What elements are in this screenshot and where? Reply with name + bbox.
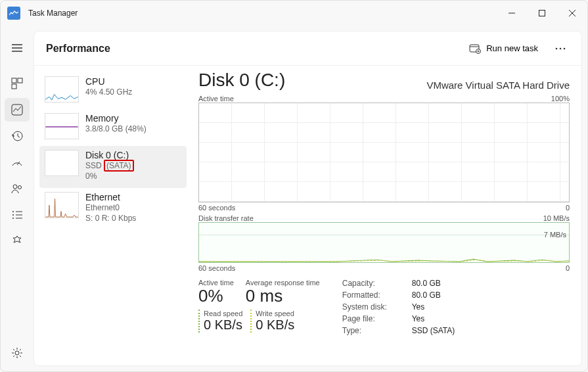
more-options-button[interactable]: [549, 39, 572, 58]
app-title: Task Manager: [28, 9, 78, 18]
chart2-xleft: 60 seconds: [198, 264, 235, 272]
app-icon: [7, 7, 20, 20]
nav-processes[interactable]: [5, 72, 30, 95]
formatted-key: Formatted:: [342, 291, 403, 300]
write-speed-value: 0 KB/s: [256, 317, 294, 333]
disk-sub-pre: SSD: [85, 161, 104, 170]
svg-rect-1: [539, 11, 545, 16]
sidebar-item-disk0[interactable]: Disk 0 (C:) SSD (SATA) 0%: [39, 146, 187, 188]
close-button[interactable]: [557, 1, 587, 26]
chart1-label: Active time: [198, 95, 234, 103]
disk-info-grid: Capacity: 80.0 GB Formatted: 80.0 GB Sys…: [342, 279, 455, 335]
nav-users[interactable]: [5, 177, 30, 200]
page-title: Performance: [46, 43, 110, 55]
item-title: Memory: [85, 113, 147, 124]
nav-performance[interactable]: [5, 98, 30, 122]
system-disk-val: Yes: [412, 302, 455, 312]
grid-icon: [11, 78, 23, 89]
active-time-chart: [198, 103, 570, 202]
active-time-value: 0%: [198, 287, 234, 306]
svg-point-19: [12, 218, 14, 219]
nav-app-history[interactable]: [5, 124, 30, 148]
detail-model: VMware Virtual SATA Hard Drive: [426, 80, 570, 91]
minimize-button[interactable]: [497, 1, 527, 26]
svg-point-22: [15, 351, 19, 355]
maximize-button[interactable]: [527, 1, 557, 26]
svg-point-17: [12, 214, 14, 216]
svg-rect-9: [12, 84, 16, 89]
chart1-max: 100%: [551, 95, 570, 103]
disk-thumb: [45, 150, 79, 176]
chart2-label: Disk transfer rate: [198, 214, 254, 222]
nav-settings[interactable]: [5, 341, 30, 365]
cpu-thumb: [45, 76, 79, 103]
sata-highlight: (SATA): [104, 160, 134, 172]
sidebar-item-cpu[interactable]: CPU 4% 4.50 GHz: [39, 72, 187, 109]
type-key: Type:: [342, 326, 403, 335]
formatted-val: 80.0 GB: [412, 291, 455, 300]
chart1-xright: 0: [566, 204, 570, 212]
svg-point-13: [13, 185, 17, 189]
item-sub: Ethernet0: [85, 203, 136, 213]
gear-icon: [11, 347, 23, 359]
item-sub: SSD (SATA): [85, 161, 134, 171]
detail-title: Disk 0 (C:): [198, 70, 285, 91]
page-header: Performance Run new task: [34, 32, 581, 66]
chart1-xleft: 60 seconds: [198, 204, 235, 212]
item-sub2: S: 0 R: 0 Kbps: [85, 214, 136, 223]
transfer-rate-chart: 7 MB/s: [198, 222, 570, 263]
sidebar-item-memory[interactable]: Memory 3.8/8.0 GB (48%): [39, 109, 187, 146]
svg-point-30: [564, 47, 566, 49]
users-icon: [11, 183, 23, 195]
avg-resp-value: 0 ms: [246, 287, 320, 306]
item-title: Ethernet: [85, 192, 136, 202]
svg-rect-8: [18, 78, 22, 83]
pagefile-val: Yes: [412, 314, 455, 323]
nav-startup[interactable]: [5, 151, 30, 174]
read-speed-value: 0 KB/s: [204, 317, 242, 333]
chart2-max: 10 MB/s: [543, 214, 570, 222]
item-sub: 3.8/8.0 GB (48%): [85, 124, 147, 134]
hamburger-icon: [11, 43, 23, 53]
content-panel: Performance Run new task CPU 4% 4.50 GHz: [34, 31, 582, 366]
write-speed-label: Write speed: [256, 310, 294, 317]
svg-marker-21: [13, 236, 21, 243]
sidebar-item-ethernet[interactable]: Ethernet Ethernet0 S: 0 R: 0 Kbps: [39, 188, 187, 230]
svg-point-28: [556, 47, 558, 49]
services-icon: [11, 235, 23, 247]
item-title: Disk 0 (C:): [85, 150, 134, 160]
read-speed-label: Read speed: [204, 310, 242, 317]
run-new-task-button[interactable]: Run new task: [463, 41, 545, 57]
gauge-icon: [11, 156, 23, 168]
svg-point-14: [18, 186, 22, 189]
nav-details[interactable]: [5, 203, 30, 227]
perf-sidebar: CPU 4% 4.50 GHz Memory 3.8/8.0 GB (48%) …: [34, 66, 191, 365]
system-disk-key: System disk:: [342, 302, 403, 312]
capacity-val: 80.0 GB: [412, 279, 455, 288]
main-panel: Disk 0 (C:) VMware Virtual SATA Hard Dri…: [191, 66, 581, 365]
svg-point-29: [560, 47, 562, 49]
run-task-icon: [469, 43, 481, 54]
pagefile-key: Page file:: [342, 314, 403, 323]
window-controls: [497, 1, 587, 26]
item-sub: 4% 4.50 GHz: [85, 87, 132, 97]
menu-button[interactable]: [5, 36, 30, 60]
stats-row: Active time 0% Average response time 0 m…: [198, 279, 570, 335]
nav-services[interactable]: [5, 229, 30, 253]
body: CPU 4% 4.50 GHz Memory 3.8/8.0 GB (48%) …: [34, 66, 581, 365]
chart2-xright: 0: [566, 264, 570, 272]
nav-rail: [1, 26, 34, 371]
titlebar: Task Manager: [1, 1, 587, 26]
memory-thumb: [45, 113, 79, 139]
svg-point-15: [12, 211, 14, 212]
type-val: SSD (SATA): [412, 326, 455, 335]
item-title: CPU: [85, 76, 132, 87]
run-new-task-label: Run new task: [486, 43, 538, 53]
more-icon: [555, 47, 566, 50]
capacity-key: Capacity:: [342, 279, 403, 288]
list-icon: [11, 209, 23, 221]
history-icon: [11, 130, 23, 142]
svg-rect-7: [12, 78, 16, 83]
performance-icon: [11, 104, 23, 116]
item-sub2: 0%: [85, 172, 134, 181]
